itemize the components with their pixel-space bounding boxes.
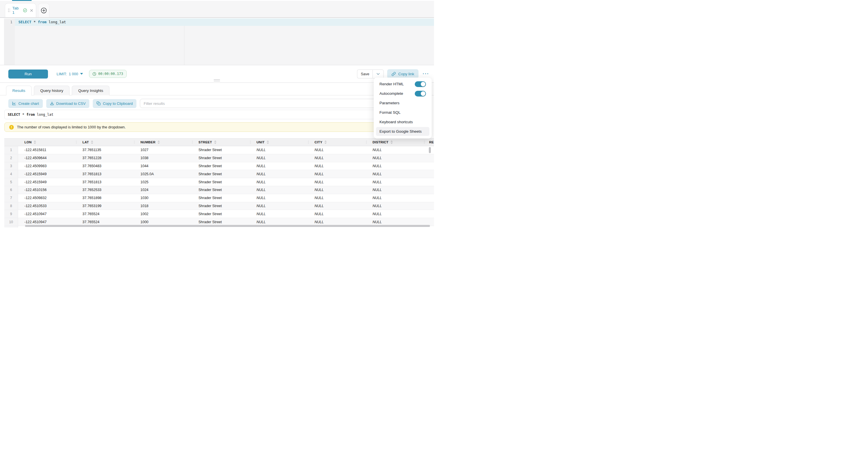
tab-query-insights[interactable]: Query Insights <box>72 86 110 95</box>
warning-icon: ! <box>9 125 14 129</box>
menu-item-format-sql[interactable]: Format SQL <box>376 108 429 117</box>
table-cell: Shrader Street <box>192 146 250 154</box>
tab-query-history[interactable]: Query history <box>34 86 69 95</box>
new-tab-button[interactable] <box>38 3 50 17</box>
render-html-toggle[interactable] <box>415 81 426 87</box>
save-menu-button[interactable] <box>373 69 384 79</box>
table-cell: 1030 <box>134 194 192 202</box>
table-row: 9-122.451094737.7655241002Shrader Street… <box>4 210 434 218</box>
active-line-highlight <box>15 19 434 26</box>
query-tab[interactable]: Tab 1 <box>5 3 36 17</box>
table-cell: 1002 <box>134 210 192 218</box>
run-button[interactable]: Run <box>8 69 48 79</box>
table-cell: 1044 <box>134 162 192 170</box>
table-cell: NULL <box>250 202 308 210</box>
column-header-street[interactable]: STREET <box>192 139 250 146</box>
table-cell: Shrader Street <box>192 202 250 210</box>
table-cell: -122.4509644 <box>18 154 76 162</box>
tab-results[interactable]: Results <box>6 86 32 95</box>
create-chart-button[interactable]: Create chart <box>8 99 43 108</box>
menu-item-autocomplete[interactable]: Autocomplete <box>376 89 429 98</box>
results-toolbar: Create chart Download to CSV Copy to Cli… <box>8 99 430 108</box>
horizontal-scrollbar[interactable] <box>25 225 430 227</box>
table-cell: -122.4515949 <box>18 170 76 178</box>
row-number: 4 <box>4 170 18 178</box>
table-cell <box>424 194 434 202</box>
editor-split-divider <box>184 26 184 65</box>
row-number: 8 <box>4 202 18 210</box>
caret-down-icon <box>80 73 83 75</box>
table-row: 4-122.451594937.76518131025.0AShrader St… <box>4 170 434 178</box>
table-cell: NULL <box>366 218 424 226</box>
column-header-unit[interactable]: UNIT <box>250 139 308 146</box>
table-cell: NULL <box>366 154 424 162</box>
copy-to-clipboard-button[interactable]: Copy to Clipboard <box>93 99 136 108</box>
column-header-city[interactable]: CITY <box>308 139 366 146</box>
table-cell: -122.4509983 <box>18 162 76 170</box>
column-label: DISTRICT <box>373 141 388 144</box>
sql-echo-token: long_lat <box>35 113 54 117</box>
limit-label: LIMIT: <box>57 72 67 76</box>
menu-item-keyboard-shortcuts[interactable]: Keyboard shortcuts <box>376 118 429 126</box>
table-cell <box>424 202 434 210</box>
copy-link-button[interactable]: Copy link <box>387 69 418 79</box>
table-cell: NULL <box>366 170 424 178</box>
sort-icon <box>91 141 93 144</box>
table-cell: NULL <box>366 146 424 154</box>
table-cell: NULL <box>308 186 366 194</box>
menu-item-label: Export to Google Sheets <box>379 129 422 133</box>
column-header-lat[interactable]: LAT <box>76 139 134 146</box>
table-cell: 37.7652533 <box>76 186 134 194</box>
menu-item-render-html[interactable]: Render HTML <box>376 80 429 88</box>
vertical-scrollbar[interactable] <box>429 147 431 153</box>
close-tab-icon[interactable] <box>30 9 33 12</box>
table-cell: 1025.0A <box>134 170 192 178</box>
table-cell: Shrader Street <box>192 154 250 162</box>
menu-item-label: Format SQL <box>379 110 401 115</box>
table-cell <box>424 218 434 226</box>
query-timer-badge: 00:00:00.173 <box>89 70 127 78</box>
table-cell: NULL <box>308 146 366 154</box>
sql-echo-token: from <box>26 113 35 117</box>
table-cell: NULL <box>308 154 366 162</box>
table-cell: Shrader Street <box>192 162 250 170</box>
chevron-down-icon <box>377 73 380 75</box>
drag-dots-icon[interactable] <box>8 9 10 12</box>
table-cell: 37.7653199 <box>76 202 134 210</box>
table-row: 2-122.450964437.76512281038Shrader Stree… <box>4 154 434 162</box>
save-button[interactable]: Save <box>357 69 373 79</box>
menu-item-export-to-google-sheets[interactable]: Export to Google Sheets <box>376 127 429 136</box>
table-cell: NULL <box>250 194 308 202</box>
menu-item-label: Keyboard shortcuts <box>379 120 413 124</box>
download-icon <box>50 101 54 105</box>
results-tab-bar: ResultsQuery historyQuery Insights <box>6 86 110 95</box>
table-cell <box>424 170 434 178</box>
column-label: NUMBER <box>141 141 155 144</box>
table-cell: Shrader Street <box>192 186 250 194</box>
table-cell: NULL <box>366 178 424 186</box>
download-to-csv-button[interactable]: Download to CSV <box>46 99 90 108</box>
sql-editor[interactable]: 1 SELECT * from long_lat <box>0 19 434 65</box>
table-cell: NULL <box>366 194 424 202</box>
table-cell <box>424 186 434 194</box>
chip-label: Download to CSV <box>56 101 86 106</box>
menu-item-label: Render HTML <box>379 82 404 86</box>
success-check-icon <box>23 8 27 13</box>
table-cell: -122.4515949 <box>18 178 76 186</box>
table-cell: NULL <box>308 210 366 218</box>
table-cell: 37.7651813 <box>76 178 134 186</box>
table-cell: 37.7651228 <box>76 154 134 162</box>
table-cell: NULL <box>250 154 308 162</box>
column-header-re[interactable]: RE <box>424 139 434 146</box>
more-options-button[interactable]: ··· <box>422 71 430 77</box>
autocomplete-toggle[interactable] <box>415 91 426 96</box>
panel-resize-handle[interactable] <box>214 79 220 82</box>
column-header-district[interactable]: DISTRICT <box>366 139 424 146</box>
column-header-number[interactable]: NUMBER <box>134 139 192 146</box>
editor-body: 1 SELECT * from long_lat <box>4 19 434 65</box>
table-cell: Shrader Street <box>192 210 250 218</box>
table-cell: 37.765524 <box>76 210 134 218</box>
limit-dropdown[interactable]: LIMIT: 1 000 <box>57 65 83 83</box>
column-header-lon[interactable]: LON <box>18 139 76 146</box>
menu-item-parameters[interactable]: Parameters <box>376 98 429 108</box>
